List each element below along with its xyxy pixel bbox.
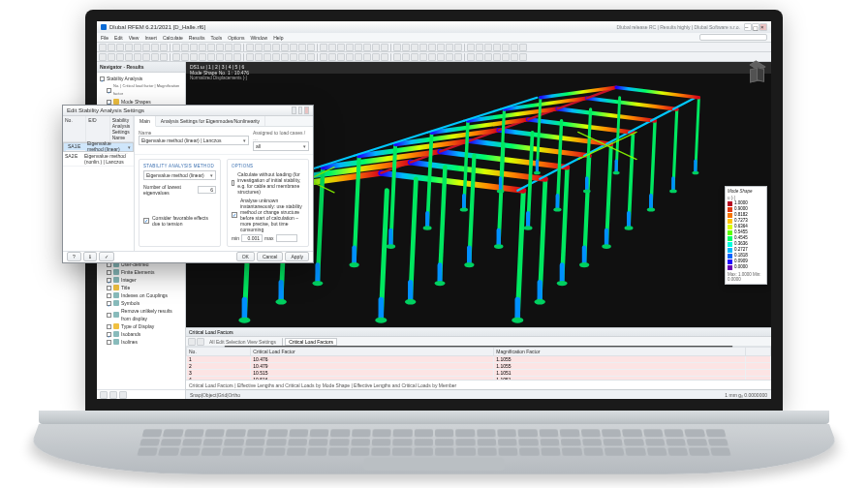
nav-tool-icon[interactable] — [100, 391, 108, 399]
toolbar-button[interactable] — [264, 44, 271, 51]
toolbar-button[interactable] — [328, 44, 336, 51]
toolbar-button[interactable] — [216, 53, 224, 61]
dlg-ok-button[interactable]: OK — [236, 252, 255, 261]
dlg-min-button[interactable] — [292, 107, 296, 114]
max-field[interactable] — [276, 234, 297, 242]
dlg-qa-button[interactable]: ✓ — [99, 252, 114, 261]
toolbar-button[interactable] — [264, 53, 271, 61]
toolbar-button[interactable] — [233, 44, 241, 51]
toolbar-button[interactable] — [246, 53, 254, 61]
toolbar-button[interactable] — [134, 44, 141, 51]
toolbar-button[interactable] — [170, 53, 170, 61]
toolbar-button[interactable] — [419, 44, 427, 51]
menu-help[interactable]: Help — [273, 35, 283, 41]
toolbar-button[interactable] — [151, 53, 159, 61]
table-row[interactable]: 310.5151.1051 — [187, 370, 771, 377]
toolbar-button[interactable] — [511, 44, 518, 51]
toolbar-button[interactable] — [298, 53, 306, 61]
toolbar-button[interactable] — [181, 44, 189, 51]
toolbar-button[interactable] — [307, 53, 315, 61]
nav-tool-icon[interactable] — [109, 391, 117, 399]
toolbar-button[interactable] — [493, 53, 501, 61]
opt2[interactable]: Analyse unknown instantaneously: use sta… — [240, 198, 304, 232]
toolbar-button[interactable] — [372, 44, 380, 51]
toolbar-button[interactable] — [290, 53, 297, 61]
toolbar-button[interactable] — [181, 53, 189, 61]
toolbar-button[interactable] — [428, 53, 436, 61]
toolbar-button[interactable] — [116, 53, 124, 61]
toolbar-button[interactable] — [346, 53, 354, 61]
dlg-close-button[interactable] — [304, 107, 309, 114]
toolbar-button[interactable] — [125, 53, 133, 61]
method-select[interactable]: Eigenvalue method (linear) — [143, 170, 216, 180]
toolbar-button[interactable] — [446, 44, 453, 51]
menu-results[interactable]: Results — [189, 35, 205, 41]
toolbar-button[interactable] — [170, 44, 170, 51]
toolbar-button[interactable] — [467, 53, 475, 61]
toolbar-button[interactable] — [108, 44, 115, 51]
menu-options[interactable]: Options — [228, 35, 244, 41]
toolbar-button[interactable] — [493, 44, 501, 51]
dlg-list-row[interactable]: SA2EEigenvalue method (nonlin.) | Lanczo… — [63, 152, 134, 167]
dlg-help-button[interactable]: ? — [67, 252, 81, 261]
toolbar-button[interactable] — [363, 53, 371, 61]
toolbar-button[interactable] — [272, 53, 280, 61]
foot-ck[interactable]: Consider favorable effects due to tensio… — [152, 215, 216, 227]
dlg-list-row[interactable]: SA1EEigenvalue method (linear) — [63, 142, 134, 152]
toolbar-button[interactable] — [255, 53, 263, 61]
toolbar-button[interactable] — [225, 44, 232, 51]
toolbar-button[interactable] — [464, 44, 465, 51]
tree-item[interactable]: Isolines — [121, 338, 138, 346]
dlg-name-select[interactable]: Eigenvalue method (linear) | Lanczos — [139, 136, 249, 145]
toolbar-button[interactable] — [428, 44, 436, 51]
toolbar-button[interactable] — [199, 53, 206, 61]
toolbar-button[interactable] — [476, 44, 483, 51]
dialog-title-bar[interactable]: Edit Stability Analysis Settings — [63, 106, 313, 116]
toolbar-button[interactable] — [437, 44, 445, 51]
tree-item[interactable]: Symbols — [121, 299, 140, 307]
opt1[interactable]: Calculate without loading (for investiga… — [237, 171, 304, 195]
tree-item[interactable]: Remove unlikely results from display — [121, 307, 182, 322]
search-box[interactable] — [699, 34, 767, 41]
toolbar-button[interactable] — [320, 44, 327, 51]
view-cube[interactable] — [750, 66, 767, 83]
toolbar-button[interactable] — [290, 44, 297, 51]
menu-insert[interactable]: Insert — [144, 35, 157, 41]
toolbar-button[interactable] — [142, 44, 150, 51]
toolbar-button[interactable] — [190, 44, 198, 51]
toolbar-button[interactable] — [419, 53, 427, 61]
min-field[interactable]: 0.001 — [241, 234, 263, 242]
toolbar-button[interactable] — [216, 44, 224, 51]
toolbar-button[interactable] — [320, 53, 327, 61]
menu-calc[interactable]: Calculate — [163, 35, 183, 41]
toolbar-button[interactable] — [381, 53, 388, 61]
toolbar-button[interactable] — [317, 44, 318, 51]
toolbar-button[interactable] — [411, 53, 418, 61]
toolbar-button[interactable] — [142, 53, 150, 61]
tree-item[interactable]: Integer — [121, 276, 137, 284]
dlg-cancel-button[interactable]: Cancel — [257, 252, 284, 261]
toolbar-button[interactable] — [355, 53, 362, 61]
min-button[interactable]: – — [744, 23, 752, 31]
toolbar-button[interactable] — [393, 44, 401, 51]
menu-tools[interactable]: Tools — [211, 35, 223, 41]
toolbar-button[interactable] — [160, 53, 168, 61]
max-button[interactable]: ▢ — [752, 23, 760, 31]
dlg-info-button[interactable]: ℹ — [83, 252, 97, 261]
toolbar-button[interactable] — [390, 44, 391, 51]
toolbar-button[interactable] — [402, 53, 410, 61]
dlg-max-button[interactable] — [298, 107, 303, 114]
toolbar-button[interactable] — [454, 44, 462, 51]
count-field[interactable]: 6 — [198, 186, 216, 194]
toolbar-button[interactable] — [151, 44, 159, 51]
toolbar-button[interactable] — [393, 53, 401, 61]
toolbar-button[interactable] — [255, 44, 263, 51]
toolbar-button[interactable] — [225, 53, 232, 61]
toolbar-button[interactable] — [355, 44, 362, 51]
toolbar-button[interactable] — [317, 53, 318, 61]
toolbar-button[interactable] — [172, 53, 180, 61]
dlg-addon-select[interactable]: all — [253, 141, 309, 151]
toolbar-button[interactable] — [411, 44, 418, 51]
toolbar-button[interactable] — [454, 53, 462, 61]
tree-item[interactable]: Finite Elements — [121, 268, 154, 276]
